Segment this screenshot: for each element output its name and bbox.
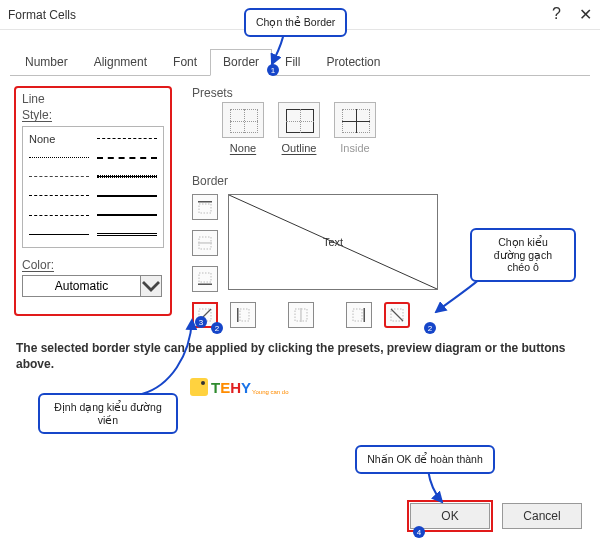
ok-button[interactable]: OK (410, 503, 490, 529)
preset-outline[interactable]: Outline (278, 102, 320, 154)
color-label: Color: (22, 258, 164, 272)
style-dash-3[interactable] (29, 215, 89, 216)
svg-rect-13 (364, 308, 366, 322)
cancel-button[interactable]: Cancel (502, 503, 582, 529)
style-dash-thin[interactable] (29, 176, 89, 177)
style-none[interactable]: None (29, 133, 55, 145)
style-double[interactable] (97, 233, 157, 236)
svg-rect-3 (198, 242, 212, 244)
badge-1: 1 (267, 64, 279, 76)
tehy-logo: TEHY Young can do (190, 378, 289, 396)
svg-rect-5 (198, 284, 212, 286)
badge-4: 4 (413, 526, 425, 538)
svg-rect-0 (198, 201, 212, 203)
svg-line-16 (391, 309, 403, 321)
style-thin[interactable] (29, 234, 89, 235)
tab-protection[interactable]: Protection (313, 49, 393, 76)
close-button[interactable]: ✕ (579, 5, 592, 24)
presets-header: Presets (192, 86, 233, 100)
svg-rect-14 (353, 309, 362, 321)
badge-3: 3 (195, 316, 207, 328)
presets-row: None Outline Inside (222, 102, 376, 154)
callout-bottom: Nhấn OK để hoàn thành (355, 445, 495, 474)
style-label: Style: (22, 108, 164, 122)
tab-font[interactable]: Font (160, 49, 210, 76)
border-middle-h-button[interactable] (192, 230, 218, 256)
callout-right: Chọn kiểu đường gạch chéo ô (470, 228, 576, 282)
badge-2b: 2 (424, 322, 436, 334)
titlebar-buttons: ? ✕ (552, 5, 592, 24)
tab-number[interactable]: Number (12, 49, 81, 76)
border-left-button[interactable] (230, 302, 256, 328)
color-dropdown-icon[interactable] (140, 275, 162, 297)
border-header: Border (192, 174, 228, 188)
svg-rect-9 (237, 308, 239, 322)
line-style-list[interactable]: None (22, 126, 164, 248)
svg-rect-1 (199, 204, 211, 213)
logo-text: TEHY (211, 379, 251, 396)
border-bottom-button[interactable] (192, 266, 218, 292)
style-dashed-fine[interactable] (97, 138, 157, 139)
svg-rect-12 (300, 308, 302, 322)
help-button[interactable]: ? (552, 5, 561, 24)
preset-inside[interactable]: Inside (334, 102, 376, 154)
border-right-button[interactable] (346, 302, 372, 328)
style-dash-medium[interactable] (97, 157, 157, 159)
border-top-button[interactable] (192, 194, 218, 220)
color-select[interactable]: Automatic (22, 275, 162, 297)
svg-rect-4 (199, 273, 211, 282)
style-dotted[interactable] (29, 157, 89, 158)
line-header: Line (22, 92, 164, 106)
svg-rect-10 (240, 309, 249, 321)
badge-2a: 2 (211, 322, 223, 334)
style-dash-2[interactable] (29, 195, 89, 196)
style-medium[interactable] (97, 195, 157, 197)
style-thick[interactable] (97, 214, 157, 216)
border-middle-v-button[interactable] (288, 302, 314, 328)
callout-left: Định dạng kiểu đường viền (38, 393, 178, 434)
hint-text: The selected border style can be applied… (16, 340, 581, 372)
dialog-title: Format Cells (8, 8, 76, 22)
logo-icon (190, 378, 208, 396)
callout-top: Chọn thẻ Border (244, 8, 347, 37)
border-diag-up-button[interactable] (384, 302, 410, 328)
dialog-buttons: OK Cancel (410, 503, 582, 529)
preset-none[interactable]: None (222, 102, 264, 154)
line-group: Line Style: None Color: Automatic (14, 86, 172, 316)
tab-strip: Number Alignment Font Border Fill Protec… (0, 48, 600, 75)
logo-sub: Young can do (252, 389, 288, 395)
tab-alignment[interactable]: Alignment (81, 49, 160, 76)
tab-border[interactable]: Border (210, 49, 272, 76)
color-value: Automatic (22, 275, 140, 297)
border-preview[interactable]: Text (228, 194, 438, 290)
style-dash-dot[interactable] (97, 176, 157, 177)
preview-text: Text (323, 236, 343, 248)
